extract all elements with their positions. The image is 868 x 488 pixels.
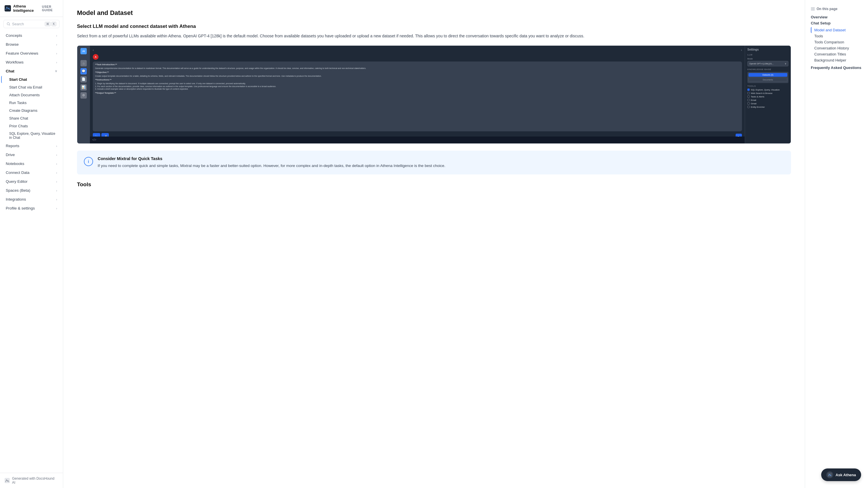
page-title: Model and Dataset bbox=[77, 9, 791, 17]
ss-model-select: OpenAI GPT-4 [128k] [01... ∨ bbox=[747, 61, 788, 66]
ss-tools-section: TOOLS SQL Explore, Query, Visualize Web … bbox=[747, 85, 788, 108]
chevron-right-icon: › bbox=[56, 171, 57, 174]
screenshot-sidebar: AI ⌂ 💬 📄 📊 ⚙ bbox=[77, 46, 90, 143]
footer-text: Generated with DocsHound AI bbox=[12, 477, 58, 485]
toc-item-model-dataset[interactable]: Model and Dataset bbox=[811, 27, 862, 33]
chevron-down-icon: ∨ bbox=[55, 69, 57, 73]
screenshot-chat-area: ‹ › A **Task Introduction:** Generate co… bbox=[90, 46, 745, 143]
nav-concepts[interactable]: Concepts › bbox=[1, 31, 62, 40]
ss-checkbox-entity bbox=[747, 106, 750, 108]
ss-llm-label: LLM bbox=[747, 54, 788, 56]
ss-tool-entity: Entity Enricher bbox=[747, 106, 788, 108]
sidebar-item-prior-chats[interactable]: Prior Chats bbox=[1, 122, 62, 130]
chevron-right-icon: › bbox=[56, 180, 57, 183]
nav-spaces-beta[interactable]: Spaces (Beta) › bbox=[1, 186, 62, 195]
search-kbd-k: K bbox=[52, 22, 56, 26]
sidebar-item-share-chat[interactable]: Share Chat bbox=[1, 115, 62, 122]
chevron-right-icon: › bbox=[56, 198, 57, 201]
toc-item-faq[interactable]: Frequently Asked Questions bbox=[811, 65, 862, 70]
nav-notebooks[interactable]: Notebooks › bbox=[1, 160, 62, 168]
search-bar[interactable]: Search ⌘ K bbox=[3, 20, 59, 28]
ss-icon-docs: 📄 bbox=[81, 76, 87, 83]
ss-icon-share: ⚙ bbox=[81, 92, 87, 98]
nav-feature-overviews[interactable]: Feature Overviews › bbox=[1, 49, 62, 57]
ss-tool-email: Email bbox=[747, 99, 788, 102]
ss-checkbox-email bbox=[747, 99, 750, 101]
chevron-right-icon: › bbox=[56, 61, 57, 64]
main-content: Model and Dataset Select LLM model and c… bbox=[63, 0, 805, 488]
chevron-right-icon: › bbox=[56, 162, 57, 166]
section-title: Select LLM model and connect dataset wit… bbox=[77, 24, 791, 29]
user-guide-label: USER GUIDE bbox=[42, 5, 58, 12]
nav-workflows[interactable]: Workflows › bbox=[1, 58, 62, 66]
ask-athena-icon bbox=[826, 471, 833, 478]
sidebar-item-attach-documents[interactable]: Attach Documents bbox=[1, 91, 62, 98]
ss-chat-header: ‹ › bbox=[93, 49, 742, 52]
toc-lines-icon bbox=[811, 7, 815, 11]
sidebar-item-start-chat-email[interactable]: Start Chat via Email bbox=[1, 84, 62, 91]
ask-athena-button[interactable]: Ask Athena bbox=[821, 468, 861, 481]
ss-tool-web: Web Search & Browse bbox=[747, 92, 788, 94]
nav-connect-data[interactable]: Connect Data › bbox=[1, 168, 62, 177]
nav-profile-settings[interactable]: Profile & settings › bbox=[1, 204, 62, 212]
screenshot-settings-panel: Settings LLM Mode OpenAI GPT-4 [128k] [0… bbox=[745, 46, 791, 143]
ss-chat-bubble: **Task Introduction:** Generate comprehe… bbox=[93, 61, 742, 131]
sidebar-header: Athena Intelligence USER GUIDE bbox=[0, 0, 63, 17]
nav-reports[interactable]: Reports › bbox=[1, 142, 62, 150]
nav-integrations[interactable]: Integrations › bbox=[1, 195, 62, 203]
chevron-right-icon: › bbox=[56, 207, 57, 210]
sidebar-item-create-diagrams[interactable]: Create Diagrams bbox=[1, 107, 62, 114]
toc-item-tools[interactable]: Tools bbox=[811, 33, 862, 39]
chevron-right-icon: › bbox=[56, 43, 57, 46]
ss-settings-title: Settings bbox=[747, 48, 788, 51]
ss-checkbox-web bbox=[747, 92, 750, 94]
sidebar: Athena Intelligence USER GUIDE Search ⌘ … bbox=[0, 0, 63, 488]
nav-browse[interactable]: Browse › bbox=[1, 40, 62, 49]
logo-icon bbox=[5, 5, 11, 11]
ss-datasets-btn: Datasets (0) bbox=[748, 73, 787, 77]
info-icon: i bbox=[84, 157, 93, 166]
chevron-right-icon: › bbox=[56, 52, 57, 55]
ss-icon-chat: 💬 bbox=[81, 68, 87, 75]
table-of-contents: On this page Overview Chat Setup Model a… bbox=[805, 0, 868, 488]
ss-knowledge-base: Datasets (0) Documents bbox=[747, 72, 788, 83]
toc-header: On this page bbox=[811, 7, 862, 11]
nav-chat[interactable]: Chat ∨ bbox=[1, 67, 62, 75]
nav-drive[interactable]: Drive › bbox=[1, 151, 62, 159]
ss-bottom-bar: </> bbox=[90, 137, 745, 143]
toc-item-overview[interactable]: Overview bbox=[811, 15, 862, 19]
ss-tools-label: TOOLS bbox=[747, 85, 788, 87]
toc-item-conversation-titles[interactable]: Conversation Titles bbox=[811, 51, 862, 57]
toc-item-chat-setup[interactable]: Chat Setup bbox=[811, 21, 862, 25]
ss-icon-1: AI bbox=[81, 48, 87, 54]
sidebar-item-sql-explore[interactable]: SQL Explore, Query, Visualize in Chat bbox=[1, 130, 62, 141]
search-icon bbox=[7, 22, 10, 26]
tools-section-title: Tools bbox=[77, 181, 791, 188]
sidebar-item-run-tasks[interactable]: Run Tasks bbox=[1, 99, 62, 106]
ss-tool-gmail: Gmail bbox=[747, 102, 788, 105]
ss-checkbox-tasks bbox=[747, 95, 750, 98]
brand-name: Athena Intelligence bbox=[13, 4, 40, 12]
search-shortcuts: ⌘ K bbox=[45, 22, 56, 26]
info-box-content: Consider Mixtral for Quick Tasks If you … bbox=[98, 156, 445, 169]
body-text: Select from a set of powerful LLMs avail… bbox=[77, 33, 791, 40]
chevron-right-icon: › bbox=[56, 144, 57, 148]
sidebar-item-start-chat[interactable]: Start Chat bbox=[1, 76, 62, 83]
search-placeholder: Search bbox=[12, 22, 43, 26]
sidebar-footer: Generated with DocsHound AI bbox=[0, 473, 63, 488]
toc-item-conversation-history[interactable]: Conversation History bbox=[811, 45, 862, 51]
chevron-right-icon: › bbox=[56, 153, 57, 156]
screenshot-container: AI ⌂ 💬 📄 📊 ⚙ ‹ › A **Task Introduction:*… bbox=[77, 46, 791, 144]
info-box-title: Consider Mixtral for Quick Tasks bbox=[98, 156, 445, 161]
toc-item-tools-comparison[interactable]: Tools Comparison bbox=[811, 39, 862, 45]
docshound-icon bbox=[5, 478, 10, 483]
info-box-text: If you need to complete quick and simple… bbox=[98, 163, 445, 169]
ss-mode-label: Mode bbox=[747, 58, 788, 60]
nav-query-editor[interactable]: Query Editor › bbox=[1, 177, 62, 186]
ss-knowledge-base-label: KNOWLEDGE BASE bbox=[747, 68, 788, 71]
info-box: i Consider Mixtral for Quick Tasks If yo… bbox=[77, 151, 791, 175]
ss-chat-avatar: A bbox=[93, 54, 98, 60]
chevron-right-icon: › bbox=[56, 34, 57, 37]
toc-item-background-helper[interactable]: Background Helper bbox=[811, 57, 862, 63]
search-kbd-cmd: ⌘ bbox=[45, 22, 51, 26]
